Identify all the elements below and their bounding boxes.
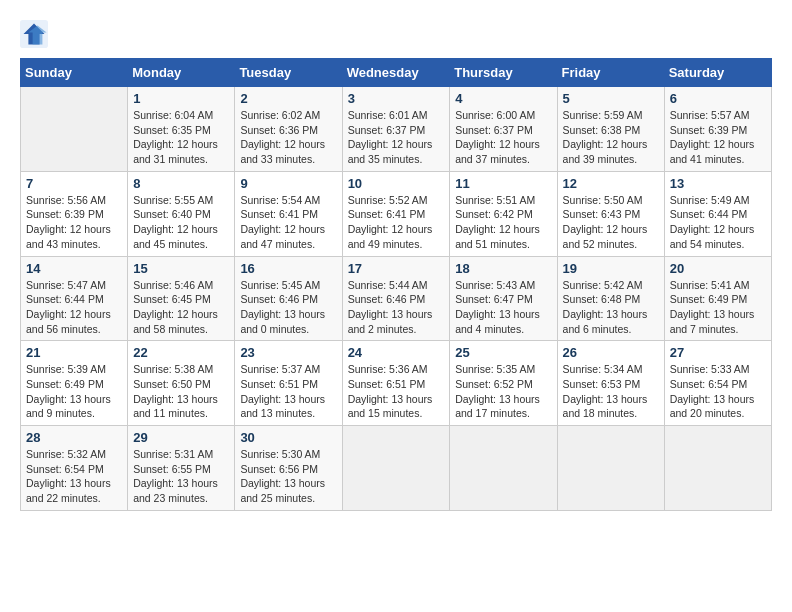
day-number: 23 — [240, 345, 336, 360]
day-number: 28 — [26, 430, 122, 445]
day-number: 26 — [563, 345, 659, 360]
calendar-cell: 12Sunrise: 5:50 AMSunset: 6:43 PMDayligh… — [557, 171, 664, 256]
day-number: 5 — [563, 91, 659, 106]
day-info: Sunrise: 5:47 AMSunset: 6:44 PMDaylight:… — [26, 278, 122, 337]
day-info: Sunrise: 5:50 AMSunset: 6:43 PMDaylight:… — [563, 193, 659, 252]
calendar-week-row: 1Sunrise: 6:04 AMSunset: 6:35 PMDaylight… — [21, 87, 772, 172]
day-number: 17 — [348, 261, 445, 276]
weekday-header-monday: Monday — [128, 59, 235, 87]
day-info: Sunrise: 5:34 AMSunset: 6:53 PMDaylight:… — [563, 362, 659, 421]
day-info: Sunrise: 6:00 AMSunset: 6:37 PMDaylight:… — [455, 108, 551, 167]
weekday-header-tuesday: Tuesday — [235, 59, 342, 87]
day-info: Sunrise: 5:37 AMSunset: 6:51 PMDaylight:… — [240, 362, 336, 421]
calendar-cell: 17Sunrise: 5:44 AMSunset: 6:46 PMDayligh… — [342, 256, 450, 341]
calendar-cell: 13Sunrise: 5:49 AMSunset: 6:44 PMDayligh… — [664, 171, 771, 256]
weekday-header-wednesday: Wednesday — [342, 59, 450, 87]
day-number: 25 — [455, 345, 551, 360]
day-number: 10 — [348, 176, 445, 191]
day-number: 11 — [455, 176, 551, 191]
calendar-week-row: 21Sunrise: 5:39 AMSunset: 6:49 PMDayligh… — [21, 341, 772, 426]
calendar-cell — [342, 426, 450, 511]
calendar-cell: 1Sunrise: 6:04 AMSunset: 6:35 PMDaylight… — [128, 87, 235, 172]
calendar-cell: 29Sunrise: 5:31 AMSunset: 6:55 PMDayligh… — [128, 426, 235, 511]
day-info: Sunrise: 5:30 AMSunset: 6:56 PMDaylight:… — [240, 447, 336, 506]
day-info: Sunrise: 5:35 AMSunset: 6:52 PMDaylight:… — [455, 362, 551, 421]
calendar-cell — [450, 426, 557, 511]
calendar-cell: 16Sunrise: 5:45 AMSunset: 6:46 PMDayligh… — [235, 256, 342, 341]
day-number: 2 — [240, 91, 336, 106]
day-info: Sunrise: 6:01 AMSunset: 6:37 PMDaylight:… — [348, 108, 445, 167]
day-info: Sunrise: 5:31 AMSunset: 6:55 PMDaylight:… — [133, 447, 229, 506]
calendar-cell: 8Sunrise: 5:55 AMSunset: 6:40 PMDaylight… — [128, 171, 235, 256]
calendar-cell: 30Sunrise: 5:30 AMSunset: 6:56 PMDayligh… — [235, 426, 342, 511]
day-number: 30 — [240, 430, 336, 445]
calendar-cell: 25Sunrise: 5:35 AMSunset: 6:52 PMDayligh… — [450, 341, 557, 426]
calendar-week-row: 7Sunrise: 5:56 AMSunset: 6:39 PMDaylight… — [21, 171, 772, 256]
day-number: 7 — [26, 176, 122, 191]
day-info: Sunrise: 5:44 AMSunset: 6:46 PMDaylight:… — [348, 278, 445, 337]
day-number: 20 — [670, 261, 766, 276]
day-info: Sunrise: 5:49 AMSunset: 6:44 PMDaylight:… — [670, 193, 766, 252]
day-number: 16 — [240, 261, 336, 276]
calendar-cell: 27Sunrise: 5:33 AMSunset: 6:54 PMDayligh… — [664, 341, 771, 426]
calendar-cell: 9Sunrise: 5:54 AMSunset: 6:41 PMDaylight… — [235, 171, 342, 256]
day-info: Sunrise: 6:02 AMSunset: 6:36 PMDaylight:… — [240, 108, 336, 167]
day-number: 29 — [133, 430, 229, 445]
day-number: 6 — [670, 91, 766, 106]
calendar-cell: 15Sunrise: 5:46 AMSunset: 6:45 PMDayligh… — [128, 256, 235, 341]
calendar-cell: 23Sunrise: 5:37 AMSunset: 6:51 PMDayligh… — [235, 341, 342, 426]
day-number: 4 — [455, 91, 551, 106]
calendar-header: SundayMondayTuesdayWednesdayThursdayFrid… — [21, 59, 772, 87]
weekday-header-friday: Friday — [557, 59, 664, 87]
calendar-cell: 18Sunrise: 5:43 AMSunset: 6:47 PMDayligh… — [450, 256, 557, 341]
calendar-cell: 24Sunrise: 5:36 AMSunset: 6:51 PMDayligh… — [342, 341, 450, 426]
day-number: 18 — [455, 261, 551, 276]
day-info: Sunrise: 5:38 AMSunset: 6:50 PMDaylight:… — [133, 362, 229, 421]
day-number: 22 — [133, 345, 229, 360]
day-number: 13 — [670, 176, 766, 191]
calendar-cell — [557, 426, 664, 511]
calendar-cell: 20Sunrise: 5:41 AMSunset: 6:49 PMDayligh… — [664, 256, 771, 341]
calendar-week-row: 14Sunrise: 5:47 AMSunset: 6:44 PMDayligh… — [21, 256, 772, 341]
day-info: Sunrise: 5:54 AMSunset: 6:41 PMDaylight:… — [240, 193, 336, 252]
calendar-cell: 4Sunrise: 6:00 AMSunset: 6:37 PMDaylight… — [450, 87, 557, 172]
calendar-cell: 21Sunrise: 5:39 AMSunset: 6:49 PMDayligh… — [21, 341, 128, 426]
day-number: 12 — [563, 176, 659, 191]
calendar-cell: 3Sunrise: 6:01 AMSunset: 6:37 PMDaylight… — [342, 87, 450, 172]
day-number: 24 — [348, 345, 445, 360]
day-info: Sunrise: 5:57 AMSunset: 6:39 PMDaylight:… — [670, 108, 766, 167]
day-info: Sunrise: 5:55 AMSunset: 6:40 PMDaylight:… — [133, 193, 229, 252]
day-number: 14 — [26, 261, 122, 276]
weekday-header-sunday: Sunday — [21, 59, 128, 87]
calendar-cell: 14Sunrise: 5:47 AMSunset: 6:44 PMDayligh… — [21, 256, 128, 341]
weekday-header-saturday: Saturday — [664, 59, 771, 87]
calendar-cell: 10Sunrise: 5:52 AMSunset: 6:41 PMDayligh… — [342, 171, 450, 256]
calendar-table: SundayMondayTuesdayWednesdayThursdayFrid… — [20, 58, 772, 511]
day-info: Sunrise: 6:04 AMSunset: 6:35 PMDaylight:… — [133, 108, 229, 167]
day-info: Sunrise: 5:32 AMSunset: 6:54 PMDaylight:… — [26, 447, 122, 506]
calendar-cell: 11Sunrise: 5:51 AMSunset: 6:42 PMDayligh… — [450, 171, 557, 256]
calendar-cell: 7Sunrise: 5:56 AMSunset: 6:39 PMDaylight… — [21, 171, 128, 256]
day-number: 8 — [133, 176, 229, 191]
calendar-cell — [21, 87, 128, 172]
calendar-cell: 6Sunrise: 5:57 AMSunset: 6:39 PMDaylight… — [664, 87, 771, 172]
calendar-cell: 28Sunrise: 5:32 AMSunset: 6:54 PMDayligh… — [21, 426, 128, 511]
calendar-cell: 5Sunrise: 5:59 AMSunset: 6:38 PMDaylight… — [557, 87, 664, 172]
logo-icon — [20, 20, 48, 48]
calendar-cell: 2Sunrise: 6:02 AMSunset: 6:36 PMDaylight… — [235, 87, 342, 172]
day-info: Sunrise: 5:45 AMSunset: 6:46 PMDaylight:… — [240, 278, 336, 337]
calendar-body: 1Sunrise: 6:04 AMSunset: 6:35 PMDaylight… — [21, 87, 772, 511]
day-number: 27 — [670, 345, 766, 360]
day-info: Sunrise: 5:33 AMSunset: 6:54 PMDaylight:… — [670, 362, 766, 421]
day-number: 15 — [133, 261, 229, 276]
day-number: 21 — [26, 345, 122, 360]
day-info: Sunrise: 5:42 AMSunset: 6:48 PMDaylight:… — [563, 278, 659, 337]
day-info: Sunrise: 5:56 AMSunset: 6:39 PMDaylight:… — [26, 193, 122, 252]
day-info: Sunrise: 5:43 AMSunset: 6:47 PMDaylight:… — [455, 278, 551, 337]
calendar-cell — [664, 426, 771, 511]
calendar-cell: 26Sunrise: 5:34 AMSunset: 6:53 PMDayligh… — [557, 341, 664, 426]
weekday-header-thursday: Thursday — [450, 59, 557, 87]
day-info: Sunrise: 5:41 AMSunset: 6:49 PMDaylight:… — [670, 278, 766, 337]
weekday-header-row: SundayMondayTuesdayWednesdayThursdayFrid… — [21, 59, 772, 87]
calendar-cell: 19Sunrise: 5:42 AMSunset: 6:48 PMDayligh… — [557, 256, 664, 341]
